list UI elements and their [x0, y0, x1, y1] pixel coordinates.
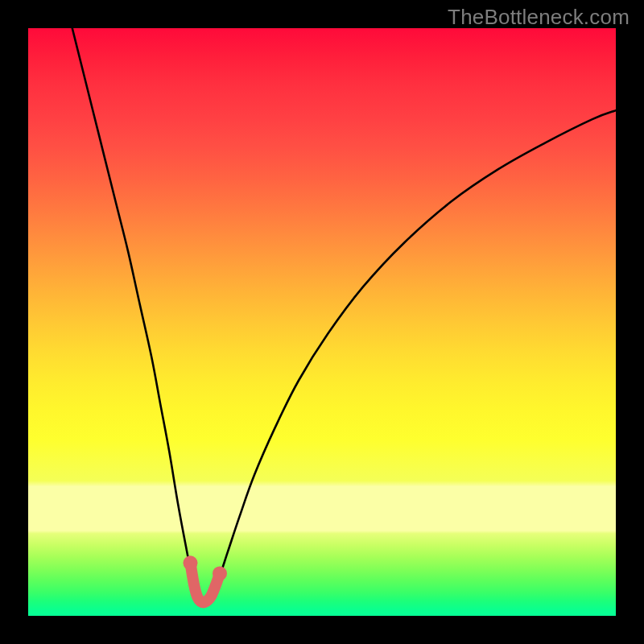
plot-area: [28, 28, 616, 616]
bottleneck-curve: [72, 28, 616, 603]
highlight-dot: [183, 555, 197, 570]
watermark-text: TheBottleneck.com: [448, 5, 630, 30]
chart-container: TheBottleneck.com: [0, 0, 644, 644]
curve-layer: [28, 28, 616, 616]
highlight-dot: [213, 566, 227, 580]
